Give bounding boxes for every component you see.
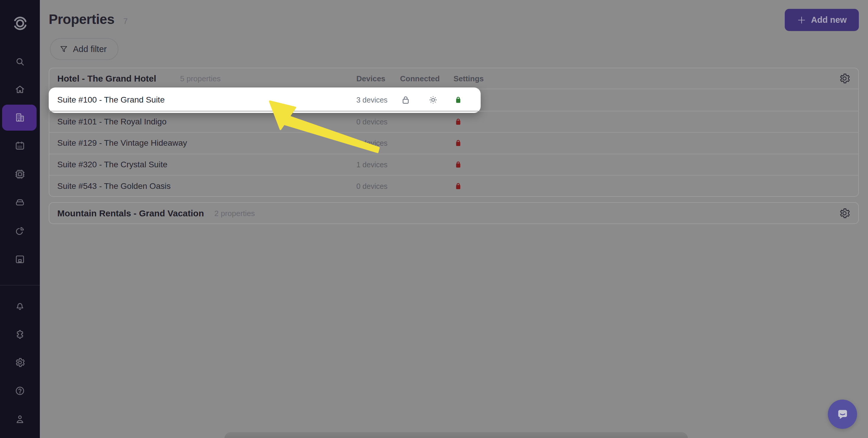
property-row[interactable]: Suite #320 - The Crystal Suite 1 devices <box>49 154 858 175</box>
brightness-sun-icon <box>427 94 439 106</box>
column-header-devices: Devices <box>356 74 385 83</box>
lock-status-icon <box>453 159 463 170</box>
property-name: Suite #543 - The Golden Oasis <box>57 181 170 191</box>
group-settings-gear-icon[interactable] <box>838 72 851 85</box>
devices-count: 0 devices <box>356 182 388 190</box>
puzzle-icon[interactable] <box>0 321 40 347</box>
plus-icon <box>797 16 806 25</box>
add-filter-label: Add filter <box>73 44 106 54</box>
lock-status-icon <box>453 95 463 105</box>
property-row[interactable]: Suite #543 - The Golden Oasis 0 devices <box>49 175 858 197</box>
lock-status-icon <box>453 117 463 127</box>
bookmark-icon[interactable] <box>0 246 40 272</box>
property-name: Suite #100 - The Grand Suite <box>57 95 165 105</box>
main-content: Properties 7 Add new Add filter Hotel - … <box>40 0 868 438</box>
devices-count: 1 devices <box>356 160 388 169</box>
devices-count: 0 devices <box>356 117 388 126</box>
property-name: Suite #101 - The Royal Indigo <box>57 117 166 126</box>
column-header-connected: Connected <box>400 74 440 83</box>
add-filter-button[interactable]: Add filter <box>50 38 118 60</box>
dimmed-bottom-sheet <box>224 432 688 438</box>
drawer-icon[interactable] <box>0 189 40 215</box>
property-group-hotel: Hotel - The Grand Hotel 5 properties Dev… <box>49 68 859 197</box>
search-icon[interactable] <box>0 49 40 75</box>
property-group-mountain-rentals: Mountain Rentals - Grand Vacation 2 prop… <box>49 202 859 224</box>
add-new-label: Add new <box>811 15 847 25</box>
property-row[interactable]: Suite #101 - The Royal Indigo 0 devices <box>49 111 858 133</box>
lock-outline-icon <box>400 94 411 106</box>
group-header[interactable]: Mountain Rentals - Grand Vacation 2 prop… <box>49 203 858 224</box>
gear-icon[interactable] <box>0 349 40 375</box>
property-rows: Suite #100 - The Grand Suite 3 devices S… <box>49 89 858 197</box>
help-icon[interactable] <box>0 378 40 404</box>
devices-count: 3 devices <box>356 96 388 104</box>
page-count: 7 <box>123 17 128 26</box>
group-title: Hotel - The Grand Hotel <box>57 74 156 84</box>
app-logo-icon[interactable] <box>0 10 40 36</box>
group-count: 2 properties <box>214 209 255 218</box>
sidebar-divider <box>0 285 40 286</box>
home-icon[interactable] <box>0 76 40 102</box>
property-row[interactable]: Suite #100 - The Grand Suite 3 devices <box>49 89 858 111</box>
devices-count: 0 devices <box>356 139 388 147</box>
person-icon[interactable] <box>0 406 40 432</box>
group-title: Mountain Rentals - Grand Vacation <box>57 208 204 218</box>
chip-icon[interactable] <box>0 161 40 187</box>
filter-funnel-icon <box>59 45 68 54</box>
chat-bubble-icon <box>835 407 850 422</box>
pie-chart-icon[interactable] <box>0 218 40 244</box>
group-header[interactable]: Hotel - The Grand Hotel 5 properties Dev… <box>49 68 858 89</box>
sidebar <box>0 0 40 438</box>
add-new-button[interactable]: Add new <box>785 9 859 31</box>
buildings-icon[interactable] <box>0 104 40 130</box>
group-settings-gear-icon[interactable] <box>838 207 851 220</box>
intercom-chat-button[interactable] <box>828 400 857 429</box>
group-count: 5 properties <box>180 74 221 83</box>
calendar-icon[interactable] <box>0 133 40 159</box>
bell-icon[interactable] <box>0 293 40 319</box>
property-name: Suite #129 - The Vintage Hideaway <box>57 138 187 148</box>
column-header-settings: Settings <box>454 74 484 83</box>
property-name: Suite #320 - The Crystal Suite <box>57 160 167 169</box>
lock-status-icon <box>453 181 463 191</box>
page-title: Properties <box>49 11 115 27</box>
property-row[interactable]: Suite #129 - The Vintage Hideaway 0 devi… <box>49 132 858 154</box>
lock-status-icon <box>453 138 463 148</box>
